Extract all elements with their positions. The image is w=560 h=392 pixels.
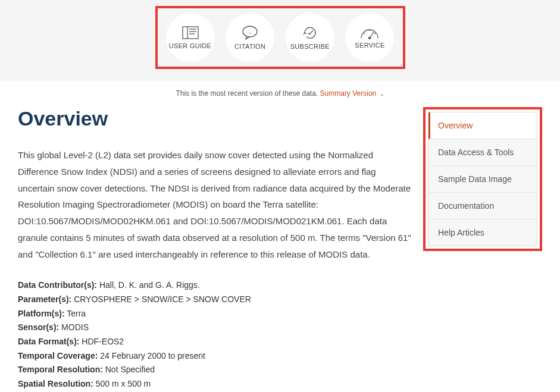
platforms-row: Platform(s): Terra — [18, 308, 411, 321]
user-guide-button[interactable]: USER GUIDE — [166, 13, 215, 62]
subscribe-label: SUBSCRIBE — [290, 43, 330, 50]
nav-item-help-articles[interactable]: Help Articles — [428, 219, 537, 246]
document-icon — [182, 26, 199, 40]
nav-label: Help Articles — [438, 228, 484, 237]
main-content: Overview This global Level-2 (L2) data s… — [18, 104, 411, 392]
contributors-value: Hall, D. K. and G. A. Riggs. — [97, 280, 200, 290]
temporal-resolution-label: Temporal Resolution: — [18, 365, 103, 374]
nav-label: Overview — [438, 121, 473, 130]
top-bar: USER GUIDE ,, CITATION SUBSCRIBE — [0, 0, 560, 81]
nav-label: Data Access & Tools — [438, 148, 514, 157]
sensors-label: Sensor(s): — [18, 322, 59, 332]
svg-line-9 — [364, 33, 365, 34]
nav-item-overview[interactable]: Overview — [428, 112, 537, 139]
service-button[interactable]: SERVICE — [345, 13, 394, 62]
formats-label: Data Format(s): — [18, 337, 79, 346]
subscribe-button[interactable]: SUBSCRIBE — [286, 13, 334, 62]
refresh-check-icon — [301, 25, 319, 40]
parameters-label: Parameter(s): — [18, 294, 71, 304]
sensors-value: MODIS — [59, 322, 89, 332]
summary-version-link[interactable]: Summary Version ⌄ — [320, 89, 384, 98]
citation-button[interactable]: ,, CITATION — [226, 13, 274, 62]
platforms-value: Terra — [65, 309, 86, 318]
sidebar-wrap: Overview Data Access & Tools Sample Data… — [423, 107, 542, 251]
user-guide-label: USER GUIDE — [169, 42, 211, 49]
contributors-label: Data Contributor(s): — [18, 280, 97, 290]
toolbar-highlight: USER GUIDE ,, CITATION SUBSCRIBE — [155, 6, 405, 69]
temporal-coverage-row: Temporal Coverage: 24 February 2000 to p… — [18, 350, 411, 363]
main-container: Overview This global Level-2 (L2) data s… — [0, 104, 560, 392]
svg-text:,,: ,, — [249, 29, 252, 35]
nav-label: Documentation — [438, 201, 494, 211]
spatial-resolution-label: Spatial Resolution: — [18, 379, 93, 388]
nav-label: Sample Data Image — [438, 174, 512, 184]
version-notice: This is the most recent version of these… — [0, 81, 560, 104]
svg-point-8 — [369, 37, 371, 39]
temporal-coverage-label: Temporal Coverage: — [18, 351, 98, 360]
nav-item-documentation[interactable]: Documentation — [428, 193, 537, 219]
temporal-coverage-value: 24 February 2000 to present — [98, 351, 205, 360]
nav-item-sample-image[interactable]: Sample Data Image — [428, 166, 537, 193]
chevron-down-icon: ⌄ — [380, 90, 384, 97]
overview-description: This global Level-2 (L2) data set provid… — [18, 147, 411, 262]
sidebar-highlight: Overview Data Access & Tools Sample Data… — [423, 107, 542, 251]
sidebar-nav: Overview Data Access & Tools Sample Data… — [428, 112, 537, 246]
metadata-list: Data Contributor(s): Hall, D. K. and G. … — [18, 279, 411, 392]
parameters-value: CRYOSPHERE > SNOW/ICE > SNOW COVER — [71, 294, 251, 304]
spatial-resolution-row: Spatial Resolution: 500 m x 500 m — [18, 378, 411, 391]
version-text: This is the most recent version of these… — [176, 89, 318, 98]
contributors-row: Data Contributor(s): Hall, D. K. and G. … — [18, 279, 411, 292]
spatial-resolution-value: 500 m x 500 m — [93, 379, 151, 388]
speech-bubble-icon: ,, — [241, 25, 259, 40]
page-title: Overview — [18, 107, 411, 130]
service-label: SERVICE — [355, 42, 384, 49]
temporal-resolution-value: Not Specified — [103, 365, 155, 374]
summary-version-label: Summary Version — [320, 89, 377, 98]
gauge-icon — [359, 26, 380, 39]
sensors-row: Sensor(s): MODIS — [18, 321, 411, 334]
platforms-label: Platform(s): — [18, 309, 65, 318]
svg-line-10 — [374, 33, 376, 34]
citation-label: CITATION — [234, 43, 265, 50]
parameters-row: Parameter(s): CRYOSPHERE > SNOW/ICE > SN… — [18, 293, 411, 306]
formats-row: Data Format(s): HDF-EOS2 — [18, 335, 411, 349]
nav-item-data-access[interactable]: Data Access & Tools — [428, 139, 537, 166]
formats-value: HDF-EOS2 — [79, 337, 124, 346]
temporal-resolution-row: Temporal Resolution: Not Specified — [18, 363, 411, 377]
svg-rect-0 — [183, 27, 198, 39]
